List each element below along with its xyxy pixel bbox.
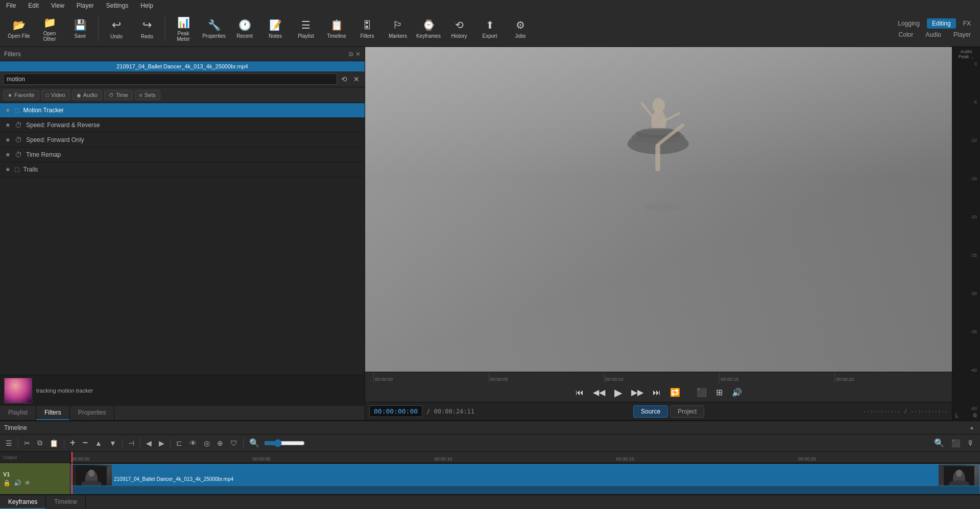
category-sets-button[interactable]: ≡ Sets — [135, 90, 160, 100]
recent-button[interactable]: 🕐 Recent — [230, 14, 259, 44]
tl-next-button[interactable]: ▶ — [156, 438, 167, 448]
play-forward-button[interactable]: ▶▶ — [628, 385, 647, 399]
markers-button[interactable]: 🏳 Markers — [383, 14, 413, 44]
category-favorite-button[interactable]: ★ Favorite — [3, 90, 39, 100]
category-time-button[interactable]: ⏱ Time — [104, 90, 133, 100]
export-button[interactable]: ⬆ Export — [475, 14, 505, 44]
source-button[interactable]: Source — [633, 405, 668, 418]
tl-fit-button[interactable]: ⬛ — [949, 438, 963, 448]
filter-item-time-remap[interactable]: ★ ⏱ Time Remap — [0, 148, 365, 162]
filter-star-speed-fwd-only: ★ — [5, 136, 11, 143]
timeline-button[interactable]: 📋 Timeline — [322, 14, 351, 44]
open-file-button[interactable]: 📂 Open File — [4, 14, 34, 44]
tab-playlist[interactable]: Playlist — [0, 406, 36, 420]
tl-menu-button[interactable]: ☰ — [3, 438, 15, 448]
tl-ripple-button[interactable]: 👁 — [187, 438, 199, 448]
track-controls-v1: V1 🔒 🔊 👁 — [0, 463, 70, 494]
filters-button[interactable]: 🎛 Filters — [352, 14, 382, 44]
ruler-track-area[interactable]: 00:00:00 00:00:05 00:00:10 00:00:15 00:0… — [70, 452, 980, 463]
menu-help[interactable]: Help — [138, 1, 155, 10]
tl-prev-button[interactable]: ◀ — [144, 438, 154, 448]
playback-controls: ⏮ ◀◀ ▶ ▶▶ ⏭ 🔁 ⬛ ⊞ 🔊 — [365, 383, 952, 402]
tl-remove-button[interactable]: − — [80, 437, 91, 449]
jobs-button[interactable]: ⚙ Jobs — [506, 14, 535, 44]
grid-button[interactable]: ⊞ — [713, 385, 726, 399]
properties-button[interactable]: 🔧 Properties — [199, 14, 229, 44]
loop-button[interactable]: 🔁 — [667, 385, 683, 399]
mode-color-button[interactable]: Color — [894, 30, 919, 40]
tl-paste-button[interactable]: 📋 — [47, 438, 61, 448]
tl-split-button[interactable]: ⊣ — [126, 438, 137, 448]
menu-edit[interactable]: Edit — [26, 1, 41, 10]
filter-item-speed-fwd-rev[interactable]: ★ ⏱ Speed: Forward & Reverse — [0, 118, 365, 133]
track-clips-area-v1[interactable]: 210917_04_Ballet Dancer_4k_013_4k_25000b… — [70, 463, 980, 494]
filters-file-name: 210917_04_Ballet Dancer_4k_013_4k_25000b… — [116, 63, 248, 69]
filter-name-motion-tracker: Motion Tracker — [23, 107, 63, 114]
timeline-collapse-icon[interactable]: ◂ — [970, 424, 976, 431]
tl-zoom-slider[interactable] — [264, 439, 305, 447]
mode-logging-button[interactable]: Logging — [893, 18, 925, 29]
mode-audio-button[interactable]: Audio — [920, 30, 946, 40]
tl-separator-1 — [18, 438, 18, 448]
tl-shield-button[interactable]: 🛡 — [228, 438, 240, 448]
redo-button[interactable]: ↪ Redo — [132, 14, 162, 44]
jobs-icon: ⚙ — [516, 19, 525, 31]
tab-filters[interactable]: Filters — [36, 406, 70, 420]
filters-float-icon[interactable]: ⧉ — [349, 51, 353, 58]
menu-settings[interactable]: Settings — [104, 1, 130, 10]
playlist-button[interactable]: ☰ Playlist — [291, 14, 321, 44]
tab-keyframes[interactable]: Keyframes — [0, 495, 46, 509]
save-button[interactable]: 💾 Save — [65, 14, 95, 44]
tl-mic-button[interactable]: 🎙 — [965, 438, 977, 448]
menu-view[interactable]: View — [49, 1, 66, 10]
tl-add-button[interactable]: + — [67, 437, 78, 449]
tab-properties[interactable]: Properties — [70, 406, 115, 420]
open-other-button[interactable]: 📁 Open Other — [35, 14, 64, 44]
track-lock-icon[interactable]: 🔒 — [3, 479, 11, 487]
search-x-button[interactable]: ✕ — [351, 75, 362, 83]
filters-search-input[interactable] — [3, 74, 337, 85]
play-pause-button[interactable]: ▶ — [611, 384, 625, 401]
play-backward-button[interactable]: ◀◀ — [590, 385, 608, 399]
filter-item-trails[interactable]: ★ □ Trails — [0, 162, 365, 177]
project-button[interactable]: Project — [670, 405, 704, 418]
filters-close-icon[interactable]: ✕ — [355, 51, 361, 58]
mode-player-button[interactable]: Player — [948, 30, 976, 40]
tl-cut-button[interactable]: ✂ — [21, 438, 33, 448]
filter-item-speed-fwd-only[interactable]: ★ ⏱ Speed: Forward Only — [0, 133, 365, 148]
category-video-button[interactable]: □ Video — [41, 90, 70, 100]
keyframes-button[interactable]: ⌚ Keyframes — [414, 14, 443, 44]
tl-zoom-in-button[interactable]: 🔍 — [931, 437, 947, 449]
tl-copy-button[interactable]: ⧉ — [35, 438, 45, 448]
undo-button[interactable]: ↩ Undo — [102, 14, 131, 44]
track-visible-icon[interactable]: 👁 — [25, 479, 31, 487]
search-clear-button[interactable]: ⟲ — [339, 75, 349, 83]
filter-star-trails: ★ — [5, 166, 11, 173]
tl-overwrite-button[interactable]: ▼ — [107, 438, 119, 448]
notes-button[interactable]: 📝 Notes — [260, 14, 290, 44]
open-other-label: Open Other — [37, 31, 62, 42]
peak-meter-button[interactable]: 📊 Peak Meter — [169, 14, 198, 44]
tl-lock-button[interactable]: ◎ — [201, 438, 212, 448]
mode-editing-button[interactable]: Editing — [927, 18, 956, 29]
timecode-current[interactable]: 00:00:00:00 — [369, 405, 422, 417]
volume-button[interactable]: 🔊 — [729, 385, 745, 399]
menu-player[interactable]: Player — [75, 1, 96, 10]
playhead-marker[interactable] — [71, 452, 73, 463]
skip-to-end-button[interactable]: ⏭ — [650, 386, 664, 399]
tab-timeline[interactable]: Timeline — [46, 495, 86, 509]
skip-to-start-button[interactable]: ⏮ — [572, 386, 587, 399]
tl-zoom-out-button[interactable]: 🔍 — [247, 437, 262, 449]
category-audio-button[interactable]: ◉ Audio — [72, 90, 102, 100]
menu-file[interactable]: File — [4, 1, 18, 10]
track-mute-icon[interactable]: 🔊 — [14, 479, 21, 487]
filter-item-motion-tracker[interactable]: ★ □ Motion Tracker — [0, 103, 365, 118]
mode-fx-button[interactable]: FX — [958, 18, 976, 29]
fit-button[interactable]: ⬛ — [694, 385, 710, 399]
ruler-time-3: 00:00:15 — [616, 456, 634, 462]
tl-snap-button[interactable]: ⊏ — [174, 438, 185, 448]
bottom-tabs: Playlist Filters Properties — [0, 406, 365, 421]
tl-lift-button[interactable]: ▲ — [92, 438, 105, 448]
tl-loop-button[interactable]: ⊕ — [214, 438, 226, 448]
history-button[interactable]: ⟲ History — [444, 14, 474, 44]
